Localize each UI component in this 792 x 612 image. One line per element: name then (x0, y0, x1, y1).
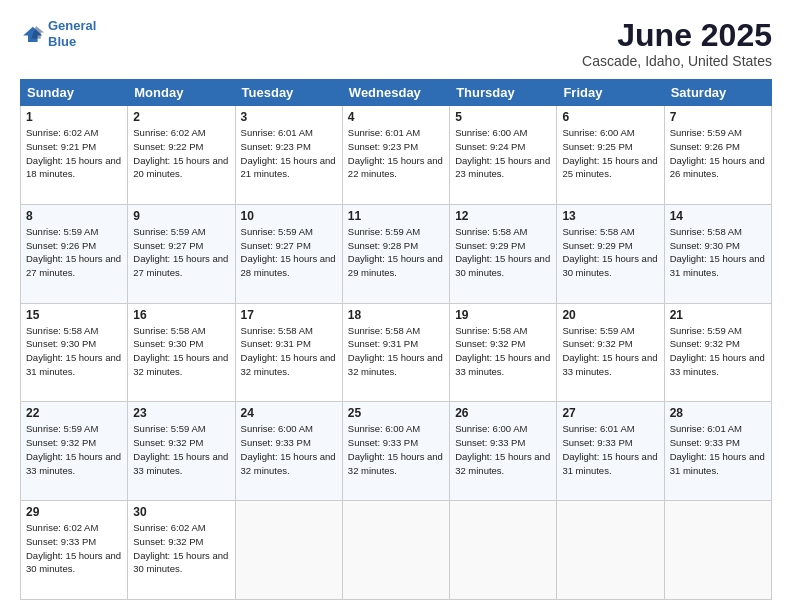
calendar-week-row: 22Sunrise: 5:59 AMSunset: 9:32 PMDayligh… (21, 402, 772, 501)
day-number: 23 (133, 406, 229, 420)
calendar-cell (235, 501, 342, 600)
calendar-cell: 1Sunrise: 6:02 AMSunset: 9:21 PMDaylight… (21, 106, 128, 205)
calendar-cell: 9Sunrise: 5:59 AMSunset: 9:27 PMDaylight… (128, 204, 235, 303)
calendar-cell: 17Sunrise: 5:58 AMSunset: 9:31 PMDayligh… (235, 303, 342, 402)
calendar-header-thursday: Thursday (450, 80, 557, 106)
calendar-cell: 16Sunrise: 5:58 AMSunset: 9:30 PMDayligh… (128, 303, 235, 402)
subtitle: Cascade, Idaho, United States (582, 53, 772, 69)
calendar-cell: 22Sunrise: 5:59 AMSunset: 9:32 PMDayligh… (21, 402, 128, 501)
day-info: Sunrise: 5:58 AMSunset: 9:29 PMDaylight:… (455, 225, 551, 280)
day-number: 10 (241, 209, 337, 223)
calendar: SundayMondayTuesdayWednesdayThursdayFrid… (20, 79, 772, 600)
day-number: 13 (562, 209, 658, 223)
calendar-cell: 21Sunrise: 5:59 AMSunset: 9:32 PMDayligh… (664, 303, 771, 402)
day-number: 11 (348, 209, 444, 223)
calendar-cell (664, 501, 771, 600)
day-info: Sunrise: 5:59 AMSunset: 9:28 PMDaylight:… (348, 225, 444, 280)
logo: General Blue (20, 18, 96, 49)
calendar-header-row: SundayMondayTuesdayWednesdayThursdayFrid… (21, 80, 772, 106)
day-info: Sunrise: 6:00 AMSunset: 9:24 PMDaylight:… (455, 126, 551, 181)
calendar-cell: 19Sunrise: 5:58 AMSunset: 9:32 PMDayligh… (450, 303, 557, 402)
day-info: Sunrise: 6:02 AMSunset: 9:32 PMDaylight:… (133, 521, 229, 576)
calendar-week-row: 8Sunrise: 5:59 AMSunset: 9:26 PMDaylight… (21, 204, 772, 303)
day-number: 17 (241, 308, 337, 322)
day-info: Sunrise: 5:59 AMSunset: 9:32 PMDaylight:… (670, 324, 766, 379)
day-info: Sunrise: 5:58 AMSunset: 9:31 PMDaylight:… (348, 324, 444, 379)
day-number: 20 (562, 308, 658, 322)
logo-icon (20, 24, 44, 44)
day-info: Sunrise: 5:58 AMSunset: 9:30 PMDaylight:… (670, 225, 766, 280)
day-info: Sunrise: 6:00 AMSunset: 9:33 PMDaylight:… (241, 422, 337, 477)
calendar-cell: 15Sunrise: 5:58 AMSunset: 9:30 PMDayligh… (21, 303, 128, 402)
calendar-cell: 28Sunrise: 6:01 AMSunset: 9:33 PMDayligh… (664, 402, 771, 501)
calendar-cell: 18Sunrise: 5:58 AMSunset: 9:31 PMDayligh… (342, 303, 449, 402)
calendar-week-row: 29Sunrise: 6:02 AMSunset: 9:33 PMDayligh… (21, 501, 772, 600)
top-section: General Blue June 2025 Cascade, Idaho, U… (20, 18, 772, 69)
calendar-cell (557, 501, 664, 600)
day-number: 9 (133, 209, 229, 223)
day-number: 14 (670, 209, 766, 223)
calendar-cell: 4Sunrise: 6:01 AMSunset: 9:23 PMDaylight… (342, 106, 449, 205)
day-number: 16 (133, 308, 229, 322)
day-info: Sunrise: 6:01 AMSunset: 9:23 PMDaylight:… (241, 126, 337, 181)
day-info: Sunrise: 6:02 AMSunset: 9:21 PMDaylight:… (26, 126, 122, 181)
day-number: 2 (133, 110, 229, 124)
day-number: 30 (133, 505, 229, 519)
calendar-cell: 24Sunrise: 6:00 AMSunset: 9:33 PMDayligh… (235, 402, 342, 501)
calendar-cell (450, 501, 557, 600)
day-info: Sunrise: 6:02 AMSunset: 9:22 PMDaylight:… (133, 126, 229, 181)
calendar-cell: 8Sunrise: 5:59 AMSunset: 9:26 PMDaylight… (21, 204, 128, 303)
calendar-cell: 13Sunrise: 5:58 AMSunset: 9:29 PMDayligh… (557, 204, 664, 303)
calendar-cell: 25Sunrise: 6:00 AMSunset: 9:33 PMDayligh… (342, 402, 449, 501)
day-number: 12 (455, 209, 551, 223)
day-info: Sunrise: 6:02 AMSunset: 9:33 PMDaylight:… (26, 521, 122, 576)
calendar-header-wednesday: Wednesday (342, 80, 449, 106)
calendar-week-row: 1Sunrise: 6:02 AMSunset: 9:21 PMDaylight… (21, 106, 772, 205)
logo-line2: Blue (48, 34, 76, 49)
day-info: Sunrise: 6:01 AMSunset: 9:33 PMDaylight:… (670, 422, 766, 477)
day-info: Sunrise: 6:00 AMSunset: 9:33 PMDaylight:… (455, 422, 551, 477)
day-number: 25 (348, 406, 444, 420)
calendar-cell: 29Sunrise: 6:02 AMSunset: 9:33 PMDayligh… (21, 501, 128, 600)
page: General Blue June 2025 Cascade, Idaho, U… (0, 0, 792, 612)
day-info: Sunrise: 5:58 AMSunset: 9:30 PMDaylight:… (133, 324, 229, 379)
day-number: 18 (348, 308, 444, 322)
day-info: Sunrise: 5:58 AMSunset: 9:31 PMDaylight:… (241, 324, 337, 379)
day-number: 6 (562, 110, 658, 124)
day-number: 21 (670, 308, 766, 322)
day-info: Sunrise: 6:00 AMSunset: 9:33 PMDaylight:… (348, 422, 444, 477)
day-number: 24 (241, 406, 337, 420)
day-number: 29 (26, 505, 122, 519)
day-number: 4 (348, 110, 444, 124)
calendar-cell (342, 501, 449, 600)
day-number: 1 (26, 110, 122, 124)
calendar-cell: 10Sunrise: 5:59 AMSunset: 9:27 PMDayligh… (235, 204, 342, 303)
day-info: Sunrise: 5:59 AMSunset: 9:27 PMDaylight:… (133, 225, 229, 280)
day-info: Sunrise: 5:59 AMSunset: 9:27 PMDaylight:… (241, 225, 337, 280)
day-number: 26 (455, 406, 551, 420)
day-number: 27 (562, 406, 658, 420)
day-number: 3 (241, 110, 337, 124)
calendar-header-saturday: Saturday (664, 80, 771, 106)
calendar-cell: 14Sunrise: 5:58 AMSunset: 9:30 PMDayligh… (664, 204, 771, 303)
day-number: 15 (26, 308, 122, 322)
calendar-cell: 30Sunrise: 6:02 AMSunset: 9:32 PMDayligh… (128, 501, 235, 600)
calendar-cell: 5Sunrise: 6:00 AMSunset: 9:24 PMDaylight… (450, 106, 557, 205)
day-info: Sunrise: 5:59 AMSunset: 9:26 PMDaylight:… (26, 225, 122, 280)
main-title: June 2025 (582, 18, 772, 53)
calendar-header-sunday: Sunday (21, 80, 128, 106)
calendar-cell: 2Sunrise: 6:02 AMSunset: 9:22 PMDaylight… (128, 106, 235, 205)
calendar-cell: 20Sunrise: 5:59 AMSunset: 9:32 PMDayligh… (557, 303, 664, 402)
calendar-header-friday: Friday (557, 80, 664, 106)
day-info: Sunrise: 6:01 AMSunset: 9:33 PMDaylight:… (562, 422, 658, 477)
day-info: Sunrise: 5:58 AMSunset: 9:29 PMDaylight:… (562, 225, 658, 280)
day-number: 19 (455, 308, 551, 322)
calendar-cell: 11Sunrise: 5:59 AMSunset: 9:28 PMDayligh… (342, 204, 449, 303)
calendar-cell: 12Sunrise: 5:58 AMSunset: 9:29 PMDayligh… (450, 204, 557, 303)
day-number: 28 (670, 406, 766, 420)
day-info: Sunrise: 5:58 AMSunset: 9:30 PMDaylight:… (26, 324, 122, 379)
calendar-cell: 26Sunrise: 6:00 AMSunset: 9:33 PMDayligh… (450, 402, 557, 501)
calendar-header-tuesday: Tuesday (235, 80, 342, 106)
day-info: Sunrise: 5:59 AMSunset: 9:32 PMDaylight:… (133, 422, 229, 477)
calendar-cell: 7Sunrise: 5:59 AMSunset: 9:26 PMDaylight… (664, 106, 771, 205)
